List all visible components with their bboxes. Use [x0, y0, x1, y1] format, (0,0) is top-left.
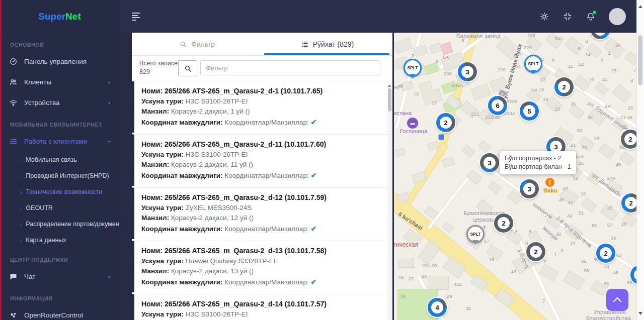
cluster-marker[interactable]: 3	[458, 62, 477, 81]
sidebar-subitem-технические-возможности[interactable]: ›Технические возможности	[0, 184, 119, 200]
filter-input[interactable]	[200, 60, 380, 75]
chevron-right-icon: ›	[20, 238, 22, 243]
building-number: 17A	[576, 153, 584, 159]
cluster-count: 2	[440, 117, 452, 129]
sidebar-item-работа-с-клиентами[interactable]: Работа с клиентами›	[0, 131, 119, 152]
building	[573, 75, 590, 91]
cluster-marker[interactable]: 2	[554, 77, 574, 96]
sidebar-subitem-проводной-интернет-shpd-[interactable]: ›Проводной Интернет(SHPD)	[0, 168, 119, 184]
list-scrollbar-thumb[interactable]	[388, 88, 391, 112]
building-number: 32	[588, 115, 593, 120]
cluster-marker[interactable]: 2	[436, 113, 455, 132]
splt-pin[interactable]: SPLT	[404, 59, 422, 77]
cluster-marker[interactable]: 3	[480, 153, 499, 172]
record-device-type: Ускуна тури: H3C S3100-26TP-EI	[141, 150, 380, 160]
sidebar-subitem-label: Проводной Интернет(SHPD)	[26, 172, 109, 179]
scrollbar-down-arrow[interactable]	[638, 312, 642, 317]
building-number: 63	[616, 252, 622, 258]
cluster-count	[594, 33, 606, 36]
check-icon: ✔	[310, 118, 316, 126]
building-number: 14	[585, 52, 591, 57]
building-number: 57	[607, 222, 613, 228]
sidebar-subitem-мобильная-связь[interactable]: ›Мобильная связь	[0, 152, 119, 168]
record-device-type: Ускуна тури: Huawei Quidway S3328TP-EI	[141, 256, 380, 267]
map[interactable]: 388A208231A1317212212/2Б214A220224822834…	[394, 33, 637, 320]
cluster-marker[interactable]: 3	[520, 179, 539, 198]
sidebar-subitem-label: Мобильная связь	[26, 156, 76, 163]
search-button[interactable]	[178, 60, 197, 76]
building-number: 6	[585, 38, 588, 44]
record-name: Номи: 265/266 ATS-265_m_Qarasu-2_d-1 (10…	[141, 86, 380, 96]
cluster-marker[interactable]: 5	[520, 101, 539, 121]
record-card[interactable]: Номи: 265/266 ATS-265_m_Qarasu-2_d-11 (1…	[132, 134, 387, 186]
building	[612, 84, 632, 102]
user-avatar[interactable]	[609, 8, 626, 25]
record-card[interactable]: Номи: 265/266 ATS-265_m_Qarasu-2_d-14 (1…	[132, 294, 387, 320]
building-number: 45	[559, 197, 565, 202]
tab-filter-label: Фильтр	[191, 40, 215, 48]
sidebar-item-устройства[interactable]: Устройства›	[0, 92, 119, 113]
chevron-right-icon: ›	[108, 100, 110, 105]
sidebar-item-label: OpenRouterControl	[24, 311, 83, 319]
total-records-label: Всего записей:	[139, 59, 183, 68]
topbar	[119, 0, 644, 33]
scrollbar-thumb[interactable]	[638, 35, 642, 85]
building	[471, 83, 491, 100]
building	[488, 181, 501, 194]
list-scrollbar[interactable]	[387, 82, 392, 319]
records-list[interactable]: Номи: 265/266 ATS-265_m_Qarasu-2_d-1 (10…	[132, 81, 387, 320]
building-number: 44	[604, 264, 610, 270]
building-number: 13	[414, 91, 419, 96]
building-number: 21	[602, 76, 608, 82]
building-number: 2	[600, 58, 603, 63]
cluster-marker[interactable]: 2	[494, 214, 513, 233]
theme-sun-icon[interactable]	[539, 12, 549, 22]
building	[442, 222, 454, 233]
cluster-marker[interactable]: 2	[621, 130, 637, 149]
sidebar-item-label: Клиенты	[24, 78, 51, 86]
record-address: Манзил: Қорасув-2 даҳаси, 11 уй ()	[141, 160, 380, 170]
page-scrollbar[interactable]	[636, 0, 644, 320]
record-coordinates: Координат мавжудлиги: Координатлар/Манзи…	[141, 170, 380, 181]
building-number: 228	[527, 33, 535, 38]
sidebar-subitem-geoutr[interactable]: ›GEOUTR	[0, 200, 119, 216]
splt-pin[interactable]: SPLT	[466, 225, 485, 243]
building-number: 4	[630, 78, 633, 83]
cluster-marker[interactable]: 2	[596, 244, 615, 263]
record-card[interactable]: Номи: 265/266 ATS-265_m_Qarasu-2_d-1 (10…	[132, 81, 387, 133]
record-card[interactable]: Номи: 265/266 ATS-265_m_Qarasu-2_d-13 (1…	[132, 241, 387, 292]
sidebar-subitem-карта-данных[interactable]: ›Карта данных	[0, 232, 119, 248]
notifications-bell-icon[interactable]	[586, 12, 596, 22]
scrollbar-up-arrow[interactable]	[638, 3, 642, 8]
sidebar-subitem-label: Распределение портов/документ	[26, 221, 119, 228]
cluster-marker[interactable]: 2	[621, 193, 637, 212]
pin-tail	[410, 74, 416, 81]
splt-pin[interactable]: SPLT	[524, 55, 542, 73]
building-number: 36	[581, 258, 587, 264]
tooltip-line: Бўш портлар билан - 1	[505, 163, 571, 171]
record-card[interactable]: Номи: 265/266 ATS-265_m_Qarasu-2_d-12 (1…	[132, 187, 387, 239]
building-number: 29	[447, 293, 452, 299]
sidebar-item-чат[interactable]: Чат›	[0, 266, 119, 287]
building	[624, 51, 637, 65]
sidebar-item-openroutercontrol[interactable]: OpenRouterControl	[0, 305, 119, 320]
building-number: 19	[589, 77, 594, 82]
cluster-marker[interactable]: 6	[488, 96, 507, 115]
app-logo[interactable]: SuperNet	[0, 0, 119, 33]
scroll-top-button[interactable]	[606, 289, 628, 311]
chevron-right-icon: ›	[108, 80, 110, 85]
sidebar-subitem-label: GEOUTR	[26, 204, 52, 211]
menu-toggle-icon[interactable]	[132, 13, 142, 21]
sidebar-item-клиенты[interactable]: Клиенты›	[0, 72, 119, 92]
sidebar-subitem-распределение-портов-документ[interactable]: ›Распределение портов/документ	[0, 216, 119, 232]
building-number: 63	[627, 280, 632, 285]
cluster-marker[interactable]: 4	[428, 298, 447, 317]
sidebar-item-панель-управления[interactable]: Панель управления	[0, 51, 119, 72]
building-number: 16	[581, 191, 586, 196]
tab-filter[interactable]: Фильтр	[132, 33, 262, 55]
cluster-count: 2	[558, 81, 570, 93]
cluster-marker[interactable]: 2	[526, 242, 545, 261]
compress-fullscreen-icon[interactable]	[562, 12, 573, 22]
tab-list[interactable]: Рўйхат (829)	[262, 33, 392, 55]
total-records: Всего записей: 829	[139, 59, 183, 76]
